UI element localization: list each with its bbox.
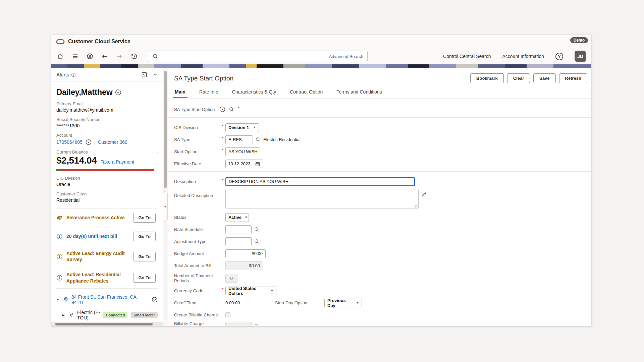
back-icon[interactable] — [101, 53, 108, 60]
info-icon — [56, 275, 66, 281]
advanced-search-link[interactable]: Advanced Search — [329, 54, 363, 59]
field-label: Status — [174, 215, 222, 220]
contact-icon[interactable] — [86, 53, 94, 60]
resize-grip[interactable] — [415, 205, 418, 208]
customer-360-link[interactable]: Customer 360 — [98, 139, 127, 145]
horizontal-scroll-thumb[interactable] — [55, 323, 153, 325]
sa-type-search-icon[interactable] — [255, 137, 261, 142]
current-balance-value: $2,514.04 — [56, 155, 97, 166]
ssn-value: *******1300 — [56, 123, 158, 128]
band-expand-icon[interactable] — [219, 106, 225, 112]
billable-charge-template-search-icon[interactable] — [254, 323, 260, 326]
field-label: Effective Date — [174, 161, 222, 166]
panel-select-icon[interactable] — [141, 72, 147, 78]
toolbar-right: Control Central Search Account Informati… — [443, 51, 586, 62]
user-avatar[interactable]: JD — [575, 51, 586, 62]
alerts-info-icon[interactable] — [71, 72, 76, 77]
sa-type-row: SA Type * Electric Residential — [174, 135, 587, 144]
field-label: Start Option — [174, 149, 222, 154]
budget-amount-input[interactable] — [225, 249, 266, 258]
go-to-button[interactable]: Go To — [133, 232, 156, 241]
save-button[interactable]: Save — [533, 73, 555, 83]
start-option-input[interactable] — [225, 147, 260, 156]
alerts-list: Severance Process Active Go To 20 day(s)… — [56, 208, 158, 289]
status-select[interactable]: Active — [225, 213, 249, 222]
cis-division-value: Oracle — [56, 182, 158, 187]
currency-code-select[interactable]: United States Dollars — [225, 287, 276, 295]
balance-aging-bar — [56, 169, 154, 171]
field-label: SA Type — [174, 137, 222, 142]
dropdown-caret-icon — [356, 302, 359, 304]
customer-name: Dailey,Matthew — [56, 87, 112, 97]
sa-type-input[interactable] — [225, 135, 253, 144]
edit-pencil-icon[interactable] — [421, 189, 427, 197]
adjustment-type-input[interactable] — [225, 237, 252, 246]
account-information-link[interactable]: Account Information — [502, 54, 544, 59]
tab-terms-conditions[interactable]: Terms and Conditions — [336, 86, 382, 98]
caret-right-icon[interactable]: ▶ — [62, 313, 66, 317]
sidebar-horizontal-scrollbar — [51, 322, 163, 326]
decorative-banner — [51, 64, 591, 68]
rate-schedule-search-icon[interactable] — [254, 227, 260, 232]
customer-expand-icon[interactable] — [115, 89, 121, 96]
search-input[interactable] — [161, 54, 326, 59]
field-label: Billable Charge Template — [174, 321, 222, 326]
toolbar: Advanced Search Control Central Search A… — [51, 48, 591, 64]
clear-button[interactable]: Clear — [507, 73, 530, 83]
adjustment-type-search-icon[interactable] — [254, 239, 260, 244]
band-label: SA Type Start Option — [174, 107, 215, 112]
required-marker: * — [222, 148, 225, 153]
alert-text: Severance Process Active — [66, 215, 133, 221]
dropdown-caret-icon — [271, 290, 273, 292]
create-billable-charge-checkbox[interactable] — [225, 312, 230, 317]
tab-contract-option[interactable]: Contract Option — [289, 86, 323, 98]
account-number-link[interactable]: 1705064605 — [56, 139, 83, 145]
rate-schedule-row: Rate Schedule — [174, 225, 587, 234]
cis-division-select[interactable]: Division 1 — [225, 123, 259, 132]
effective-date-input[interactable] — [228, 161, 252, 166]
panel-rail: ◂ — [163, 68, 168, 326]
description-input[interactable] — [225, 177, 415, 186]
alerts-header: Alerts — [51, 68, 163, 81]
tab-main[interactable]: Main — [174, 86, 186, 98]
calendar-icon[interactable] — [255, 161, 260, 167]
bookmark-button[interactable]: Bookmark — [470, 73, 504, 83]
description-row: Description * — [174, 177, 587, 186]
cis-division-label: CIS Division — [56, 176, 158, 181]
menu-icon[interactable] — [71, 53, 79, 60]
sidebar-collapse-handle[interactable]: ◂ — [163, 191, 168, 222]
cis-division-row: CIS Division * Division 1 — [174, 123, 587, 132]
band-search-icon[interactable] — [229, 107, 234, 112]
go-to-button[interactable]: Go To — [133, 213, 156, 223]
go-to-button[interactable]: Go To — [133, 273, 156, 283]
panel-collapse-chevron-icon[interactable] — [153, 72, 158, 77]
premise-expand-icon[interactable] — [152, 297, 158, 303]
forward-icon[interactable] — [116, 53, 123, 60]
account-label: Account — [56, 133, 158, 138]
info-icon — [56, 233, 66, 240]
rate-schedule-input[interactable] — [225, 225, 252, 234]
take-a-payment-link[interactable]: Take a Payment — [101, 159, 134, 165]
tab-characteristics-qty[interactable]: Characteristics & Qty — [231, 86, 277, 98]
help-icon[interactable]: ? — [555, 53, 563, 60]
premise-address-link[interactable]: 84 Front St, San Francisco, CA, 94111 — [71, 294, 149, 305]
account-expand-icon[interactable] — [86, 139, 92, 145]
detailed-description-textarea[interactable] — [225, 189, 419, 208]
alerts-title: Alerts — [56, 72, 69, 77]
tab-rate-info[interactable]: Rate Info — [199, 86, 219, 98]
control-central-search-link[interactable]: Control Central Search — [443, 54, 491, 59]
go-to-button[interactable]: Go To — [133, 252, 156, 261]
caret-down-icon[interactable]: ▼ — [56, 298, 60, 301]
title-bar: Customer Cloud Service Demo — [51, 35, 591, 48]
home-icon[interactable] — [57, 53, 64, 60]
effective-date-field — [225, 160, 263, 168]
payment-periods-row: Number of Payment Periods — [174, 273, 587, 283]
history-icon[interactable] — [130, 53, 138, 60]
start-day-option-select[interactable]: Previous Day — [324, 299, 362, 307]
alert-text: Active Lead: Energy Audit Survey — [66, 250, 133, 262]
scales-icon — [56, 215, 66, 221]
field-label: Start Day Option — [275, 300, 324, 305]
alert-row: Severance Process Active Go To — [56, 208, 158, 227]
vertical-scroll-thumb[interactable] — [164, 71, 167, 188]
refresh-button[interactable]: Refresh — [559, 73, 587, 83]
